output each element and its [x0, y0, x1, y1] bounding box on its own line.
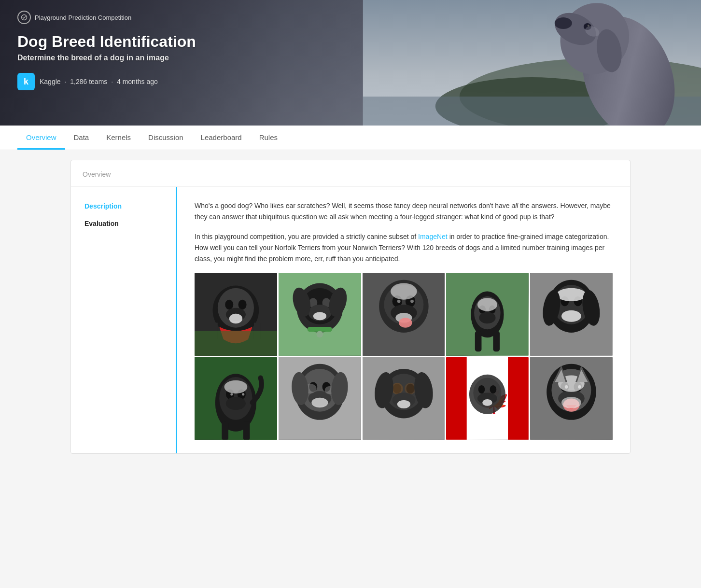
svg-point-102: [478, 385, 485, 393]
svg-point-59: [557, 288, 586, 301]
svg-point-33: [316, 331, 323, 338]
svg-rect-22: [195, 331, 277, 356]
svg-rect-53: [493, 331, 500, 352]
dog-image-3: [363, 273, 445, 356]
competition-type-label: Playground Prediction Competition: [17, 11, 684, 24]
dog-image-5: [530, 273, 613, 356]
svg-point-70: [226, 397, 246, 410]
svg-point-44: [399, 318, 412, 328]
main-container: Overview Description Evaluation Who's a …: [61, 160, 640, 454]
competition-subtitle: Determine the breed of a dog in an image: [17, 54, 684, 62]
sidebar-item-evaluation[interactable]: Evaluation: [79, 216, 168, 231]
content-layout: Description Evaluation Who's a good dog?…: [71, 187, 630, 453]
main-navigation: Overview Data Kernels Discussion Leaderb…: [0, 126, 701, 150]
svg-point-103: [490, 385, 497, 393]
svg-point-93: [397, 400, 410, 408]
card-header-title: Overview: [83, 170, 111, 178]
dog-image-10: [530, 357, 613, 440]
description-content: Who's a good dog? Who likes ear scratche…: [177, 187, 630, 453]
svg-point-17: [238, 300, 247, 309]
overview-sidebar: Description Evaluation: [71, 187, 177, 453]
svg-point-82: [311, 398, 328, 407]
svg-point-105: [483, 399, 492, 406]
dog-image-8: [363, 357, 445, 440]
banner-content: Playground Prediction Competition Dog Br…: [0, 0, 701, 101]
nav-item-kernels[interactable]: Kernels: [98, 126, 140, 150]
svg-point-71: [224, 380, 247, 393]
svg-point-40: [410, 300, 414, 303]
svg-rect-73: [243, 422, 250, 440]
description-paragraph-2: In this playground competition, you are …: [195, 231, 613, 265]
dog-image-1: [195, 273, 277, 356]
card-header: Overview: [71, 160, 630, 187]
dog-image-2: [279, 273, 361, 356]
svg-rect-97: [446, 357, 467, 440]
nav-item-rules[interactable]: Rules: [251, 126, 286, 150]
svg-point-69: [242, 393, 244, 396]
description-paragraph-1: Who's a good dog? Who likes ear scratche…: [195, 200, 613, 223]
banner-meta: k Kaggle · 1,286 teams · 4 months ago: [17, 73, 684, 90]
svg-point-43: [391, 283, 417, 300]
svg-point-39: [397, 300, 400, 303]
svg-point-19: [229, 314, 242, 323]
dog-image-grid: 🍁: [195, 273, 613, 440]
dog-image-7: [279, 357, 361, 440]
svg-rect-52: [475, 331, 482, 352]
svg-rect-72: [222, 422, 228, 440]
svg-point-68: [230, 393, 233, 396]
svg-rect-98: [508, 357, 529, 440]
svg-point-29: [313, 312, 326, 321]
svg-point-116: [561, 397, 581, 408]
kaggle-avatar: k: [17, 73, 35, 90]
dog-image-6: [195, 357, 277, 440]
dog-image-4: [446, 273, 529, 356]
imagenet-link[interactable]: ImageNet: [418, 233, 448, 240]
sidebar-item-description[interactable]: Description: [79, 198, 168, 214]
svg-point-16: [225, 300, 233, 309]
nav-item-leaderboard[interactable]: Leaderboard: [192, 126, 251, 150]
banner-meta-text: Kaggle · 1,286 teams · 4 months ago: [40, 78, 158, 85]
nav-item-overview[interactable]: Overview: [17, 126, 65, 150]
nav-item-data[interactable]: Data: [65, 126, 98, 150]
dog-image-9: 🍁: [446, 357, 529, 440]
nav-item-discussion[interactable]: Discussion: [140, 126, 192, 150]
competition-title: Dog Breed Identification: [17, 33, 684, 51]
svg-point-60: [561, 310, 581, 322]
overview-card: Overview Description Evaluation Who's a …: [70, 160, 631, 454]
competition-type-icon: [17, 11, 31, 24]
competition-banner: Playground Prediction Competition Dog Br…: [0, 0, 701, 126]
svg-point-51: [477, 298, 497, 311]
svg-point-50: [479, 312, 496, 324]
